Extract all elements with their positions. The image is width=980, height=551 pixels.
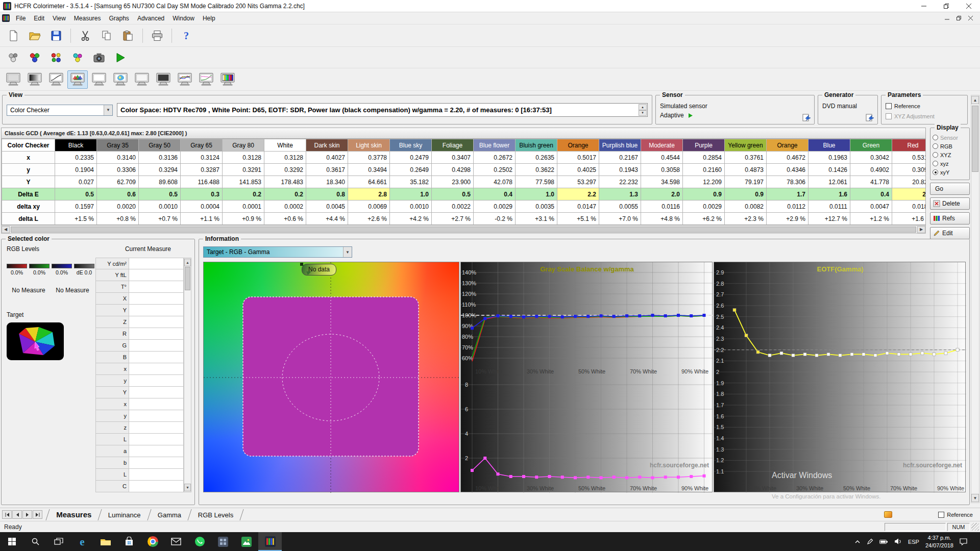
toolbar-button-gray-ramp[interactable] bbox=[24, 70, 45, 89]
column-header-light-skin[interactable]: Light skin bbox=[348, 139, 390, 152]
taskbar-chrome-icon[interactable] bbox=[141, 532, 164, 551]
table-horizontal-scrollbar[interactable]: ◀ ▶ bbox=[1, 226, 926, 234]
notification-icon[interactable] bbox=[884, 511, 892, 518]
scroll-down-icon[interactable]: ▼ bbox=[971, 494, 979, 502]
restore-button[interactable] bbox=[935, 0, 958, 12]
menu-graphs[interactable]: Graphs bbox=[105, 13, 133, 23]
start-button[interactable] bbox=[0, 532, 23, 551]
column-header-black[interactable]: Black bbox=[55, 139, 97, 152]
close-button[interactable] bbox=[958, 0, 980, 12]
toolbar-button-print[interactable] bbox=[147, 27, 167, 45]
tab-first-icon[interactable] bbox=[2, 510, 12, 519]
menu-help[interactable]: Help bbox=[199, 13, 219, 23]
column-header-blue[interactable]: Blue bbox=[808, 139, 850, 152]
toolbar-button-rgb-levels[interactable] bbox=[175, 70, 195, 89]
chevron-down-icon[interactable]: ▼ bbox=[104, 105, 112, 115]
tab-next-icon[interactable] bbox=[22, 510, 32, 519]
reference-checkbox[interactable] bbox=[886, 103, 892, 109]
display-option-xyz[interactable]: xyz bbox=[933, 159, 967, 168]
hscroll-thumb[interactable] bbox=[11, 227, 916, 233]
mdi-minimize-button[interactable] bbox=[945, 16, 949, 20]
radio-icon[interactable] bbox=[933, 169, 938, 175]
taskbar-whatsapp-icon[interactable] bbox=[188, 532, 211, 551]
tab-measures[interactable]: Measures bbox=[45, 509, 102, 520]
view-selector-combobox[interactable]: Color Checker ▼ bbox=[7, 105, 113, 116]
spinner-up-icon[interactable]: ▲ bbox=[639, 104, 647, 110]
tab-rgb-levels[interactable]: RGB Levels bbox=[188, 509, 244, 520]
menu-window[interactable]: Window bbox=[168, 13, 199, 23]
column-header-purple[interactable]: Purple bbox=[683, 139, 725, 152]
menu-measures[interactable]: Measures bbox=[70, 13, 105, 23]
column-header-red[interactable]: Red bbox=[892, 139, 926, 152]
taskbar-photos-icon[interactable] bbox=[235, 532, 258, 551]
toolbar-button-free-measure[interactable] bbox=[3, 70, 23, 89]
taskbar-store-icon[interactable] bbox=[117, 532, 141, 551]
scroll-down-icon[interactable]: ▼ bbox=[184, 484, 191, 491]
reference-checkbox-row-2[interactable]: Reference bbox=[938, 512, 973, 518]
eotf-gamma-chart[interactable]: 2.92.82.72.62.52.42.32.22.121.91.81.71.6… bbox=[714, 262, 966, 492]
radio-icon[interactable] bbox=[933, 143, 938, 149]
menu-edit[interactable]: Edit bbox=[30, 13, 48, 23]
column-header-moderate[interactable]: Moderate bbox=[641, 139, 683, 152]
scroll-left-icon[interactable]: ◀ bbox=[2, 226, 10, 233]
cm-scroll-thumb[interactable] bbox=[185, 267, 190, 290]
tray-chevron-up-icon[interactable] bbox=[854, 539, 861, 545]
go-button[interactable]: Go bbox=[930, 183, 970, 195]
delete-button[interactable]: Delete bbox=[930, 197, 970, 210]
tray-volume-icon[interactable] bbox=[894, 538, 902, 545]
menu-view[interactable]: View bbox=[48, 13, 70, 23]
reference-checkbox-row[interactable]: Reference bbox=[886, 102, 963, 111]
chevron-down-icon[interactable]: ▼ bbox=[343, 247, 352, 257]
radio-icon[interactable] bbox=[933, 161, 938, 166]
column-header-gray-35[interactable]: Gray 35 bbox=[97, 139, 139, 152]
column-header-orange[interactable]: Orange bbox=[767, 139, 808, 152]
taskbar-app-icon[interactable] bbox=[211, 532, 235, 551]
client-vertical-scrollbar[interactable]: ▲ ▼ bbox=[971, 95, 979, 503]
toolbar-button-color-gamut[interactable] bbox=[67, 70, 88, 89]
gray-scale-balance-chart[interactable]: 140%130%120%110%100%90%80%70%60%864210% … bbox=[460, 262, 713, 492]
toolbar-button-save[interactable] bbox=[46, 27, 66, 45]
tab-last-icon[interactable] bbox=[33, 510, 42, 519]
display-option-xyz[interactable]: XYZ bbox=[933, 151, 967, 159]
column-header-gray-80[interactable]: Gray 80 bbox=[223, 139, 264, 152]
sensor-run-icon[interactable] bbox=[688, 113, 693, 118]
radio-icon[interactable] bbox=[933, 152, 938, 158]
toolbar-button-help[interactable]: ? bbox=[176, 27, 197, 45]
vscroll-thumb[interactable] bbox=[972, 106, 978, 172]
tab-prev-icon[interactable] bbox=[12, 510, 22, 519]
toolbar-button-free-sensors[interactable] bbox=[67, 48, 88, 67]
sensor-config-icon[interactable] bbox=[802, 114, 812, 122]
toolbar-button-gamma-curve[interactable] bbox=[46, 70, 66, 89]
spinner-down-icon[interactable]: ▼ bbox=[639, 110, 647, 116]
column-header-yellow-green[interactable]: Yellow green bbox=[725, 139, 767, 152]
column-header-blue-sky[interactable]: Blue sky bbox=[390, 139, 432, 152]
column-header-white[interactable]: White bbox=[264, 139, 306, 152]
display-option-rgb[interactable]: RGB bbox=[933, 142, 967, 151]
tray-language-indicator[interactable]: ESP bbox=[908, 539, 919, 545]
toolbar-button-run-measures[interactable] bbox=[110, 48, 131, 67]
scroll-up-icon[interactable]: ▲ bbox=[184, 259, 191, 266]
toolbar-button-luminance-curve[interactable] bbox=[196, 70, 216, 89]
toolbar-button-white-screen[interactable] bbox=[89, 70, 109, 89]
color-space-chart[interactable]: No data bbox=[203, 262, 459, 492]
tray-clock[interactable]: 4:37 p.m. 24/07/2018 bbox=[925, 534, 953, 549]
column-header-bluish-green[interactable]: Bluish green bbox=[516, 139, 557, 152]
toolbar-button-near-white[interactable] bbox=[132, 70, 152, 89]
toolbar-button-copy[interactable] bbox=[96, 27, 117, 45]
scroll-up-icon[interactable]: ▲ bbox=[971, 96, 979, 104]
toolbar-button-paste[interactable] bbox=[118, 27, 138, 45]
toolbar-button-gray-sensors[interactable] bbox=[3, 48, 23, 67]
column-header-green[interactable]: Green bbox=[850, 139, 892, 152]
minimize-button[interactable] bbox=[913, 0, 935, 12]
column-header-gray-50[interactable]: Gray 50 bbox=[139, 139, 181, 152]
toolbar-button-new[interactable] bbox=[3, 27, 23, 45]
toolbar-button-cie-diagram[interactable] bbox=[110, 70, 131, 89]
generator-config-icon[interactable] bbox=[866, 114, 875, 122]
column-header-blue-flower[interactable]: Blue flower bbox=[474, 139, 516, 152]
tab-gamma[interactable]: Gamma bbox=[148, 509, 191, 520]
column-header-purplish-blue[interactable]: Purplish blue bbox=[599, 139, 641, 152]
toolbar-button-primary-sensors[interactable] bbox=[46, 48, 66, 67]
taskbar-file-explorer-icon[interactable] bbox=[94, 532, 117, 551]
taskbar-hcfr-icon[interactable] bbox=[258, 532, 282, 551]
action-center-icon[interactable] bbox=[960, 538, 968, 545]
